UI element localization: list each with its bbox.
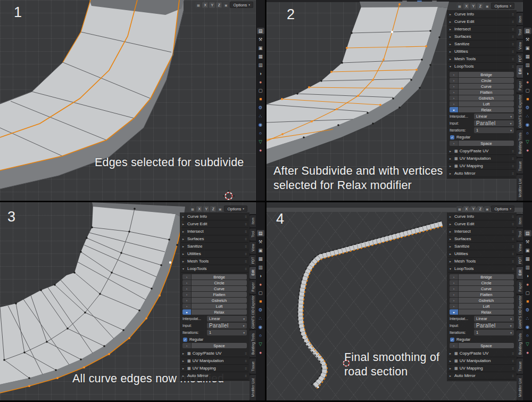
gizmo-icon[interactable]: ▣ — [484, 206, 490, 212]
section-header-looptools[interactable]: ▾LoopTools≡ — [181, 265, 248, 273]
options-dropdown[interactable]: Options▾ — [491, 3, 514, 9]
physics-icon[interactable]: ◉ — [257, 324, 264, 330]
expander-curve[interactable]: › — [450, 84, 458, 89]
gizmo-icon[interactable]: ▣ — [223, 2, 229, 8]
section-header-sanitize[interactable]: ▸Sanitize≡ — [448, 243, 516, 250]
tool-button-relax[interactable]: Relax — [459, 309, 514, 315]
physics-icon[interactable]: ◉ — [524, 324, 531, 330]
tool-button-bridge[interactable]: Bridge — [192, 274, 247, 280]
tab-giants-i3d-exporter[interactable]: GIANTS I3D Exporter — [517, 94, 523, 129]
section-header-curve-info[interactable]: ▸Curve Info≡ — [448, 11, 516, 18]
tab-tissue[interactable]: Tissue — [517, 358, 523, 374]
expander-bridge[interactable]: › — [182, 274, 191, 280]
tab-paper[interactable]: Paper — [517, 280, 523, 294]
tool-button-flatten[interactable]: Flatten — [192, 292, 247, 297]
expander-open-relax[interactable]: ▾ — [450, 107, 458, 112]
modifier-icon[interactable]: ⚙ — [524, 307, 531, 313]
physics-icon[interactable]: ◉ — [257, 121, 264, 128]
dropdown-interpolat[interactable]: Linear▾ — [474, 316, 514, 322]
editor-type-icon[interactable]: ▤ — [257, 28, 264, 34]
section-header-copy-paste-uv[interactable]: ▸▩Copy/Paste UV≡ — [448, 350, 516, 357]
tool-button-gstretch[interactable]: Gstretch — [459, 298, 514, 303]
tool-button-curve[interactable]: Curve — [459, 286, 514, 291]
particles-icon[interactable]: ∴ — [524, 315, 531, 322]
expander-circle[interactable]: › — [450, 78, 458, 83]
section-header-utilities[interactable]: ▸Utilities≡ — [181, 250, 248, 258]
scene-icon[interactable]: ◑ — [524, 273, 531, 279]
dropdown-iterations[interactable]: 1▾ — [207, 330, 247, 335]
section-header-surfaces[interactable]: ▸Surfaces≡ — [448, 235, 516, 243]
section-header-looptools[interactable]: ▾LoopTools≡ — [448, 265, 516, 273]
tab-tool[interactable]: Tool — [517, 26, 523, 38]
modifier-icon[interactable]: ⚙ — [257, 307, 264, 313]
editor-type-icon[interactable]: ▤ — [524, 28, 531, 34]
proportional-grid-icon[interactable]: ▦ — [189, 206, 195, 212]
tool-button-loft[interactable]: Loft — [192, 303, 247, 309]
tool-icon[interactable]: ⚒ — [257, 36, 264, 43]
space-button[interactable]: Space — [459, 141, 514, 146]
tool-button-relax[interactable]: Relax — [192, 309, 247, 315]
material-icon[interactable]: ● — [257, 349, 264, 356]
tab-item[interactable]: Item — [250, 215, 256, 227]
tab-view[interactable]: View — [517, 40, 523, 52]
render-icon[interactable]: ▣ — [257, 247, 264, 253]
expander-open-relax[interactable]: ▾ — [182, 309, 191, 315]
checkbox-checked-icon[interactable]: ✓ — [450, 338, 454, 342]
tab-paper[interactable]: Paper — [250, 280, 256, 294]
tab-tissue[interactable]: Tissue — [517, 158, 523, 174]
expander-loft[interactable]: › — [182, 303, 191, 309]
tab-paper[interactable]: Paper — [517, 79, 523, 93]
checkbox-checked-icon[interactable]: ✓ — [183, 338, 187, 342]
world-icon[interactable]: ● — [524, 281, 531, 288]
world-icon[interactable]: ● — [257, 79, 264, 85]
section-header-sanitize[interactable]: ▸Sanitize≡ — [181, 243, 248, 250]
particles-icon[interactable]: ∴ — [524, 113, 531, 119]
section-header-surfaces[interactable]: ▸Surfaces≡ — [448, 33, 516, 40]
section-header-curve-edit[interactable]: ▸Curve Edit≡ — [448, 18, 516, 26]
modifier-icon[interactable]: ⚙ — [524, 104, 531, 111]
editor-type-icon[interactable]: ▤ — [257, 230, 264, 236]
dropdown-input[interactable]: Parallel▾ — [207, 323, 247, 329]
scene-icon[interactable]: ◑ — [257, 273, 264, 279]
tab-edit[interactable]: Edit — [517, 65, 523, 77]
options-dropdown[interactable]: Options▾ — [224, 206, 247, 212]
tool-button-relax[interactable]: Relax — [459, 107, 514, 112]
expander-gstretch[interactable]: › — [182, 298, 191, 303]
tool-button-loft[interactable]: Loft — [459, 303, 514, 309]
object-data-icon[interactable]: ▽ — [524, 341, 531, 347]
tool-button-circle[interactable]: Circle — [192, 280, 247, 285]
view-layer-icon[interactable]: ▥ — [257, 264, 264, 270]
tool-button-bridge[interactable]: Bridge — [459, 72, 514, 77]
expander-flatten[interactable]: › — [182, 292, 191, 297]
expander-space[interactable]: › — [450, 343, 458, 348]
section-header-utilities[interactable]: ▸Utilities≡ — [448, 250, 516, 258]
tool-icon[interactable]: ⚒ — [524, 36, 531, 43]
tab-modifier-list[interactable]: Modifier List — [517, 375, 523, 400]
axis-button-y[interactable]: Y — [203, 206, 209, 212]
section-header-intersect[interactable]: ▸Intersect≡ — [448, 26, 516, 33]
section-header-mesh-tools[interactable]: ▸Mesh Tools≡ — [181, 258, 248, 265]
expander-curve[interactable]: › — [182, 286, 191, 291]
space-button[interactable]: Space — [192, 343, 247, 348]
tab-tissue[interactable]: Tissue — [250, 358, 256, 374]
physics-icon[interactable]: ◉ — [524, 121, 531, 128]
view-layer-icon[interactable]: ▥ — [524, 62, 531, 68]
tab-giants-i3d-exporter[interactable]: GIANTS I3D Exporter — [517, 295, 523, 330]
material-icon[interactable]: ● — [257, 147, 264, 153]
collection-icon[interactable]: ▢ — [257, 290, 264, 296]
output-icon[interactable]: ▦ — [524, 53, 531, 60]
output-icon[interactable]: ▦ — [257, 256, 264, 262]
editor-type-icon[interactable]: ▤ — [524, 230, 531, 236]
section-header-uv-mapping[interactable]: ▸▩UV Mapping≡ — [448, 365, 516, 372]
options-dropdown[interactable]: Options▾ — [230, 2, 253, 8]
tab-item[interactable]: Item — [517, 215, 523, 227]
section-header-uv-mapping[interactable]: ▸▩UV Mapping≡ — [181, 365, 248, 372]
constraints-icon[interactable]: ○ — [257, 332, 264, 339]
tab-building-tools[interactable]: Building Tools — [517, 330, 523, 357]
dropdown-iterations[interactable]: 1▾ — [474, 330, 514, 335]
axis-button-x[interactable]: X — [463, 3, 469, 9]
section-header-auto-mirror[interactable]: ▸Auto Mirror≡ — [448, 170, 516, 177]
tab-edit[interactable]: Edit — [250, 267, 256, 279]
axis-button-y[interactable]: Y — [209, 2, 215, 8]
section-header-intersect[interactable]: ▸Intersect≡ — [448, 228, 516, 235]
